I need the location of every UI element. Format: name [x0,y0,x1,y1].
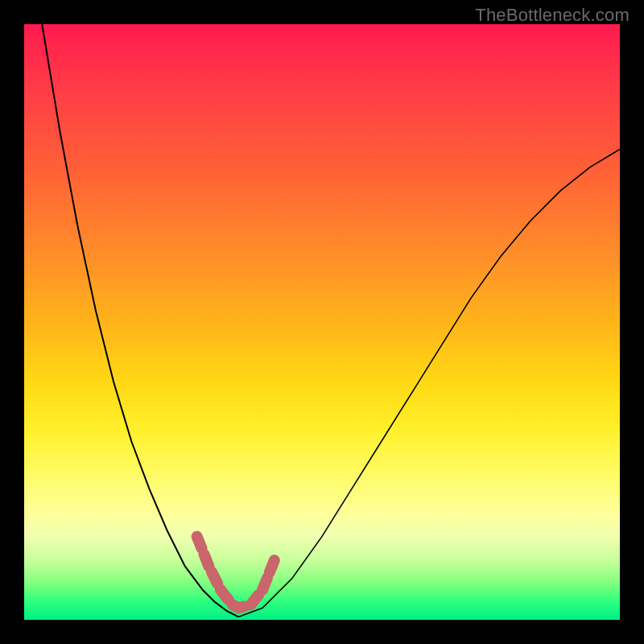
right-branch-curve [238,149,620,617]
watermark-text: TheBottleneck.com [475,5,630,26]
curve-layer [24,24,620,620]
left-branch-curve [42,24,238,617]
highlight-segment [197,536,275,608]
plot-area [24,24,620,620]
chart-frame: TheBottleneck.com [0,0,644,644]
